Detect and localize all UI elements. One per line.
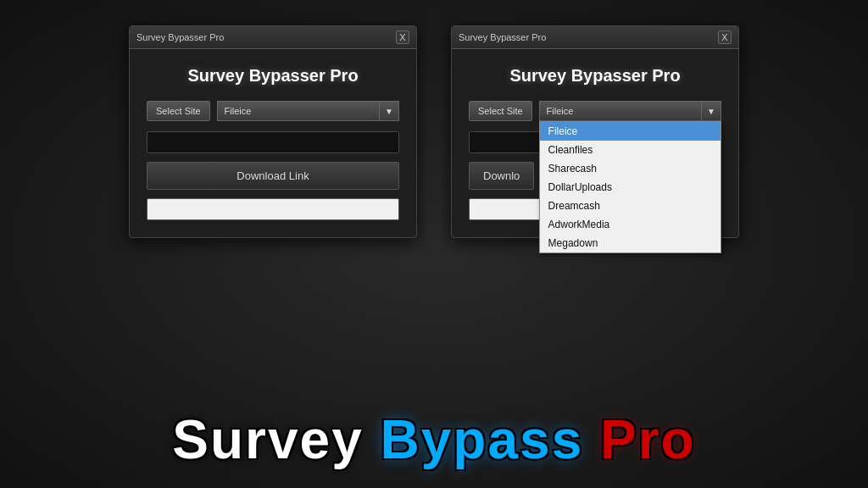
select-site-button-1[interactable]: Select Site (147, 101, 210, 121)
window-body-1: Survey Bypasser Pro Select Site Fileice … (130, 49, 416, 237)
output-box-1 (147, 198, 399, 220)
title-word-bypass: Bypass (381, 409, 584, 470)
dropdown-item-cleanfiles[interactable]: Cleanfiles (540, 141, 721, 159)
window1: Survey Bypasser Pro X Survey Bypasser Pr… (129, 25, 417, 238)
title-bar-2: Survey Bypasser Pro X (452, 26, 738, 49)
app-title-2: Survey Bypasser Pro (469, 66, 721, 86)
controls-row-2: Select Site Fileice ▼ Fileice Cleanfiles… (469, 101, 721, 121)
dropdown-menu-2: Fileice Cleanfiles Sharecash DollarUploa… (539, 121, 721, 253)
dropdown-arrow-1[interactable]: ▼ (379, 101, 399, 121)
close-button-1[interactable]: X (396, 30, 409, 44)
close-button-2[interactable]: X (718, 30, 732, 44)
dropdown-item-dollaruploads[interactable]: DollarUploads (540, 178, 721, 197)
window2: Survey Bypasser Pro X Survey Bypasser Pr… (451, 25, 739, 238)
select-site-button-2[interactable]: Select Site (469, 101, 532, 121)
title-word-pro: Pro (600, 409, 696, 470)
dropdown-arrow-2[interactable]: ▼ (701, 101, 721, 121)
dropdown-item-megadown[interactable]: Megadown (540, 234, 721, 252)
windows-row: Survey Bypasser Pro X Survey Bypasser Pr… (129, 25, 739, 238)
window-body-2: Survey Bypasser Pro Select Site Fileice … (452, 49, 738, 237)
dropdown-value-2[interactable]: Fileice (539, 101, 702, 121)
dropdown-item-adworkmedia[interactable]: AdworkMedia (540, 215, 721, 234)
dropdown-item-dreamcash[interactable]: Dreamcash (540, 197, 721, 215)
dropdown-item-sharecash[interactable]: Sharecash (540, 159, 721, 178)
dropdown-value-1[interactable]: Fileice (217, 101, 380, 121)
title-bar-text-2: Survey Bypasser Pro (459, 32, 546, 42)
download-button-2[interactable]: Downlo (469, 162, 534, 190)
download-button-1[interactable]: Download Link (147, 162, 399, 190)
controls-row-1: Select Site Fileice ▼ (147, 101, 399, 121)
url-input-1[interactable] (147, 131, 399, 153)
title-word-survey: Survey (172, 409, 363, 470)
title-bar-1: Survey Bypasser Pro X (130, 26, 416, 49)
title-bar-text-1: Survey Bypasser Pro (136, 32, 224, 42)
dropdown-item-fileice[interactable]: Fileice (540, 122, 721, 141)
app-title-1: Survey Bypasser Pro (147, 66, 399, 86)
dropdown-wrapper-2: Fileice ▼ Fileice Cleanfiles Sharecash D… (539, 101, 721, 121)
dropdown-wrapper-1: Fileice ▼ (217, 101, 399, 121)
bottom-title: Survey Bypass Pro (0, 408, 868, 471)
